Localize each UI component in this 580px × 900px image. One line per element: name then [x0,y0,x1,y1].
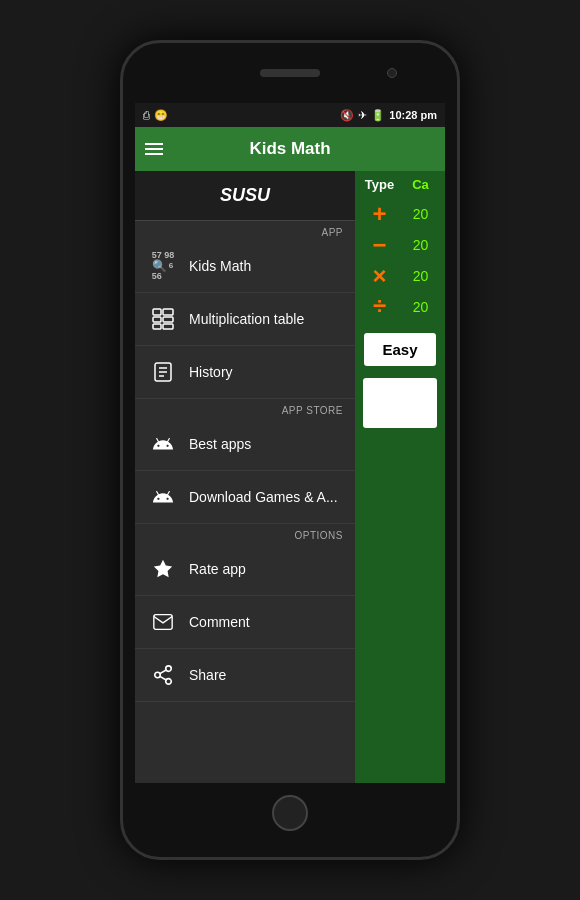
mail-icon [149,608,177,636]
airplane-icon: ✈ [358,109,367,122]
sidebar-item-history-label: History [189,364,233,380]
home-button[interactable] [272,795,308,831]
sidebar-item-kids-math-label: Kids Math [189,258,251,274]
mute-icon: 🔇 [340,109,354,122]
add-symbol: + [361,200,398,229]
multiply-symbol: × [361,262,398,291]
menu-button[interactable] [145,143,163,155]
math-app-icon: 57 98 🔍6 56 [149,252,177,280]
camera [387,68,397,78]
operations-list: + 20 − 20 × 20 ÷ 20 [355,196,445,325]
sidebar-item-comment[interactable]: Comment [135,596,355,649]
sidebar-item-rate-app[interactable]: Rate app [135,543,355,596]
usb-icon: ⎙ [143,109,150,121]
op-row-subtract: − 20 [361,231,439,260]
drawer-header: SUSU [135,171,355,221]
sidebar-item-comment-label: Comment [189,614,250,630]
speaker [260,69,320,77]
share-icon [149,661,177,689]
subtract-count: 20 [402,237,439,253]
op-row-add: + 20 [361,200,439,229]
svg-rect-5 [163,324,173,329]
svg-rect-2 [153,317,161,322]
op-row-divide: ÷ 20 [361,292,439,321]
phone-frame: ⎙ 😁 🔇 ✈ 🔋 10:28 pm Kids Math SUSU [120,40,460,860]
android-download-icon [149,483,177,511]
grid-icon [149,305,177,333]
toolbar: Kids Math [135,127,445,171]
sidebar-item-share[interactable]: Share [135,649,355,702]
op-row-multiply: × 20 [361,262,439,291]
main-panel: Type Ca + 20 − 20 × 20 [355,171,445,783]
multiply-count: 20 [402,268,439,284]
subtract-symbol: − [361,231,398,260]
navigation-drawer: SUSU APP 57 98 🔍6 56 Kids Math [135,171,355,783]
divide-count: 20 [402,299,439,315]
svg-rect-1 [163,309,173,315]
sidebar-item-history[interactable]: History [135,346,355,399]
main-panel-header: Type Ca [355,171,445,196]
drawer-header-title: SUSU [135,185,355,206]
white-block [363,378,437,428]
svg-rect-3 [163,317,173,322]
sidebar-item-best-apps-label: Best apps [189,436,251,452]
svg-rect-0 [153,309,161,315]
sidebar-item-multiplication-table[interactable]: Multiplication table [135,293,355,346]
svg-point-11 [166,666,172,672]
android-best-icon [149,430,177,458]
svg-rect-4 [153,324,161,329]
sidebar-item-best-apps[interactable]: Best apps [135,418,355,471]
sidebar-item-download-label: Download Games & A... [189,489,338,505]
status-icons-right: 🔇 ✈ 🔋 10:28 pm [340,109,437,122]
section-label-appstore: APP STORE [135,399,355,418]
sidebar-item-kids-math[interactable]: 57 98 🔍6 56 Kids Math [135,240,355,293]
star-icon [149,555,177,583]
toolbar-title: Kids Math [175,139,405,159]
sidebar-item-multiplication-label: Multiplication table [189,311,304,327]
status-time: 10:28 pm [389,109,437,121]
sidebar-item-download-games[interactable]: Download Games & A... [135,471,355,524]
battery-icon: 🔋 [371,109,385,122]
book-icon [149,358,177,386]
section-label-app: APP [135,221,355,240]
status-icons-left: ⎙ 😁 [143,109,168,122]
col-type-header: Type [361,177,398,192]
android-icon: 😁 [154,109,168,122]
phone-top [123,43,457,103]
phone-screen: ⎙ 😁 🔇 ✈ 🔋 10:28 pm Kids Math SUSU [135,103,445,783]
svg-point-13 [166,679,172,685]
svg-line-15 [160,670,166,674]
svg-line-14 [160,676,166,680]
svg-point-12 [155,672,161,678]
section-label-options: OPTIONS [135,524,355,543]
sidebar-item-share-label: Share [189,667,226,683]
col-ca-header: Ca [402,177,439,192]
screen-content: SUSU APP 57 98 🔍6 56 Kids Math [135,171,445,783]
sidebar-item-rate-label: Rate app [189,561,246,577]
divide-symbol: ÷ [361,292,398,321]
add-count: 20 [402,206,439,222]
status-bar: ⎙ 😁 🔇 ✈ 🔋 10:28 pm [135,103,445,127]
svg-rect-10 [154,615,172,630]
easy-button[interactable]: Easy [364,333,436,366]
phone-bottom [123,783,457,843]
